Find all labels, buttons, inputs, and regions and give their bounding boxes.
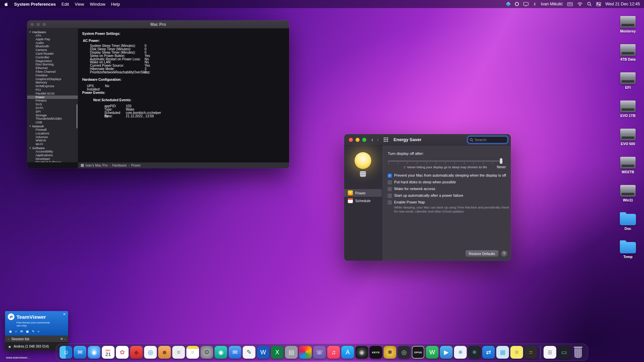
dock-icon-trash[interactable] [572, 346, 585, 359]
tree-section-network[interactable]: ▾Network [27, 124, 78, 128]
minimize-button[interactable] [356, 138, 360, 142]
tree-item-nvmexpress[interactable]: NVMExpress [27, 84, 78, 88]
dock-icon-keys[interactable]: KEYS [370, 346, 382, 359]
tree-item-ata[interactable]: ATA [27, 34, 78, 38]
tv-tool-more-icon[interactable]: » [38, 329, 39, 333]
tree-item-volumes[interactable]: Volumes [27, 135, 78, 139]
tree-item-controller[interactable]: Controller [27, 56, 78, 59]
wifi-icon[interactable] [577, 2, 583, 6]
menu-window[interactable]: Window [90, 2, 105, 7]
bluetooth-icon[interactable] [533, 2, 536, 7]
dock-icon-notes-app[interactable]: ≡ [172, 346, 185, 359]
desktop-item-efi[interactable]: EFI [613, 70, 643, 99]
restore-defaults-button[interactable]: Restore Defaults [466, 250, 498, 257]
tree-item-printers[interactable]: Printers [27, 99, 78, 103]
tree-item-disabled-software[interactable]: Disabled Software [27, 161, 78, 162]
dock-icon-teamviewer[interactable]: ⇄ [482, 346, 495, 359]
desktop-item-monterey[interactable]: Monterey [613, 14, 643, 42]
dock-icon-opus[interactable]: OPUS [412, 346, 425, 359]
dock-icon-contacts[interactable]: ☻ [158, 346, 171, 359]
tree-item-disc-burning[interactable]: Disc Burning [27, 63, 78, 66]
close-icon[interactable]: ✕ [63, 312, 66, 316]
desktop-item-4tb-data[interactable]: 4TB Data [613, 42, 643, 70]
dock-icon-dj-app[interactable]: ◉ [356, 346, 368, 359]
checkbox[interactable] [388, 194, 392, 198]
dock-icon-color-wheel[interactable] [299, 346, 312, 359]
desktop-item-evo-1tb[interactable]: EVO 1TB [613, 99, 643, 127]
dock-icon-display-app[interactable]: ▭ [558, 346, 571, 359]
tree-item-parallel-scsi[interactable]: Parallel SCSI [27, 92, 78, 96]
tree-item-thunderbolt-usb4[interactable]: Thunderbolt/USB4 [27, 117, 78, 121]
breadcrumb-item[interactable]: Hardware [112, 164, 126, 167]
menubar-clock[interactable]: Wed 21 Dec 12:45 [605, 2, 640, 6]
tree-item-applications[interactable]: Applications [27, 154, 78, 157]
dock-icon-light-blue-app[interactable]: ▦ [496, 346, 509, 359]
tree-item-fibre-channel[interactable]: Fibre Channel [27, 70, 78, 74]
tree-item-firewall[interactable]: Firewall [27, 128, 78, 132]
checkbox-row[interactable]: Start up automatically after a power fai… [388, 193, 511, 198]
dock-icon-dark-circle-app[interactable]: ◎ [398, 346, 411, 359]
tree-section-hardware[interactable]: ▾Hardware [27, 30, 78, 34]
menu-view[interactable]: View [75, 2, 84, 7]
sidebar-scrollbar[interactable] [76, 104, 77, 128]
dock-icon-word[interactable]: W [257, 346, 270, 359]
energy-titlebar[interactable]: ‹ › Energy Saver [344, 134, 511, 145]
slider-track[interactable] [388, 161, 502, 162]
tv-tool-video-icon[interactable]: ◉ [9, 329, 12, 333]
tv-tool-chat-icon[interactable]: ✉ [20, 329, 23, 333]
checkbox[interactable] [388, 174, 392, 178]
energy-sidebar-schedule[interactable]: Schedule [344, 197, 382, 204]
dock-icon-music[interactable]: ♫ [327, 346, 340, 359]
search-field[interactable] [468, 136, 508, 143]
checkbox-row[interactable]: Wake for network access [388, 187, 511, 191]
desktop-item-doc[interactable]: Doc [613, 211, 643, 239]
tree-item-sas[interactable]: SAS [27, 103, 78, 106]
show-all-icon[interactable] [384, 137, 388, 142]
dock-icon-gray-app[interactable]: ▤ [285, 346, 298, 359]
checkbox-row[interactable]: Prevent your Mac from automatically slee… [388, 173, 511, 178]
tree-item-apple-pay[interactable]: Apple Pay [27, 38, 78, 41]
close-button[interactable] [31, 23, 34, 26]
dock-icon-notes[interactable]: ≡ [186, 346, 199, 359]
tree-item-locations[interactable]: Locations [27, 132, 78, 135]
dock-icon-mail[interactable]: ✉ [74, 346, 87, 359]
dock-icon-siri[interactable]: ◉ [88, 346, 101, 359]
dock-icon-calculator[interactable]: = [525, 346, 537, 359]
dock-icon-calendar[interactable]: DEC21 [102, 346, 115, 359]
tree-item-power[interactable]: Power [27, 96, 78, 99]
close-button[interactable] [349, 138, 353, 142]
display-icon[interactable] [523, 2, 529, 6]
help-button[interactable]: ? [501, 251, 507, 257]
minimize-button[interactable] [37, 23, 40, 26]
display-off-slider[interactable] [388, 158, 502, 164]
checkbox[interactable] [388, 200, 392, 204]
checkbox[interactable] [388, 180, 392, 184]
checkbox[interactable] [388, 187, 392, 191]
breadcrumb-item[interactable]: Ivan's Mac Pro [86, 164, 108, 167]
tree-item-audio[interactable]: Audio [27, 41, 78, 45]
dock-icon-textedit[interactable]: ✎ [243, 346, 256, 359]
ring-app-menubar-icon[interactable] [515, 2, 519, 6]
dock-icon-mail-blue[interactable]: ✉ [229, 346, 241, 359]
dock-icon-video-player[interactable]: ▶ [440, 346, 453, 359]
dock-icon-fan-control-light[interactable]: ✳ [454, 346, 467, 359]
tree-item-spi[interactable]: SPI [27, 110, 78, 114]
slider-thumb[interactable] [500, 158, 502, 164]
forward-button[interactable]: › [377, 137, 379, 142]
energy-sidebar-power[interactable]: ϟPower [344, 189, 382, 197]
dock-icon-app-store[interactable]: A [341, 346, 354, 359]
apple-menu-icon[interactable] [4, 2, 8, 7]
back-button[interactable]: ‹ [371, 137, 373, 142]
tree-item-bluetooth[interactable]: Bluetooth [27, 45, 78, 48]
dock-icon-photos[interactable]: ✿ [116, 346, 129, 359]
checkbox-row[interactable]: Put hard disks to sleep when possible [388, 180, 511, 184]
breadcrumb-item[interactable]: Power [131, 164, 141, 167]
desktop-item-temp[interactable]: Temp [613, 239, 643, 267]
session-list-row[interactable]: ⌄ Session list ⚙⌄ [5, 336, 68, 342]
dock-icon-stickies[interactable]: ≡ [511, 346, 523, 359]
desktop-item-wd2tb[interactable]: WD2TB [613, 155, 643, 183]
menubar-username[interactable]: Ivan Mikulić [541, 2, 562, 6]
dock-icon-system-preferences[interactable]: ⚙ [201, 346, 213, 359]
tree-item-firewire[interactable]: FireWire [27, 74, 78, 77]
menu-help[interactable]: Help [111, 2, 120, 7]
